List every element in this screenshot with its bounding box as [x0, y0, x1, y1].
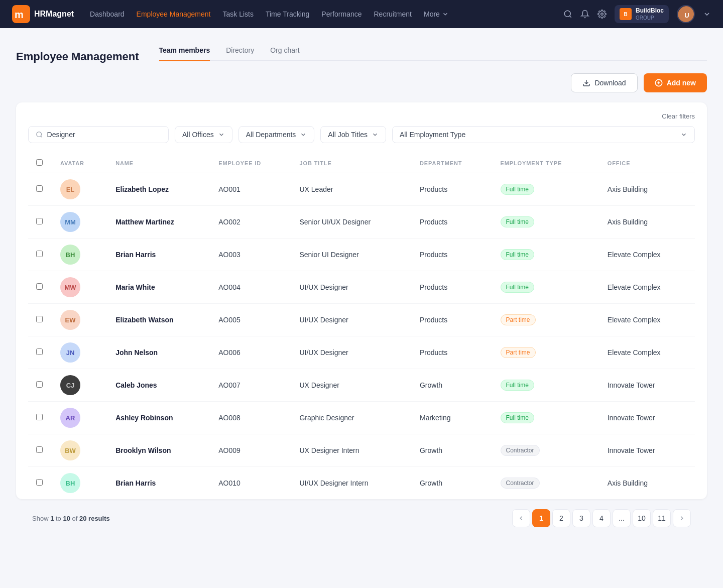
table-row: MM Matthew Martinez AO002 Senior UI/UX D…: [28, 206, 695, 239]
search-input-wrap[interactable]: [28, 126, 169, 143]
employee-name: Matthew Martinez: [107, 206, 210, 239]
row-checkbox-AO005[interactable]: [36, 316, 43, 322]
notifications-icon-btn[interactable]: [580, 10, 589, 19]
nav-performance[interactable]: Performance: [321, 8, 362, 20]
pagination-from: 1: [50, 515, 54, 522]
employment-badge: Full time: [501, 184, 534, 195]
row-checkbox-AO009[interactable]: [36, 446, 43, 453]
office: Innovate Tower: [599, 402, 695, 434]
user-dropdown-icon[interactable]: [703, 10, 711, 18]
table-row: JN John Nelson AO006 UI/UX Designer Prod…: [28, 336, 695, 369]
nav-more[interactable]: More: [424, 8, 449, 20]
nav-task-lists[interactable]: Task Lists: [222, 8, 253, 20]
employee-name: Ashley Robinson: [107, 402, 210, 434]
tab-team-members[interactable]: Team members: [159, 40, 210, 61]
page-ellipsis[interactable]: ...: [613, 509, 631, 527]
pagination-controls: 1 2 3 4 ... 10 11: [512, 509, 691, 527]
chevron-down-icon: [680, 131, 687, 138]
page-1-button[interactable]: 1: [532, 509, 550, 527]
row-checkbox-AO007[interactable]: [36, 381, 43, 388]
job-title: UI/UX Designer: [291, 336, 412, 369]
col-employment-type: EMPLOYMENT TYPE: [493, 153, 599, 173]
select-all-checkbox[interactable]: [36, 159, 43, 166]
pagination-next[interactable]: [673, 509, 691, 527]
employment-type-dropdown[interactable]: All Employment Type: [392, 126, 695, 143]
filter-section: Clear filters All Offices All Department…: [16, 102, 707, 499]
brand-badge: B BuildBlocGROUP: [615, 5, 669, 23]
row-checkbox-AO003[interactable]: [36, 251, 43, 257]
search-icon-btn[interactable]: [563, 10, 572, 19]
filter-top: Clear filters: [28, 112, 695, 120]
avatar: AR: [60, 408, 80, 428]
page-4-button[interactable]: 4: [592, 509, 611, 527]
job-titles-dropdown[interactable]: All Job Titles: [320, 126, 386, 143]
nav-time-tracking[interactable]: Time Tracking: [266, 8, 309, 20]
table-row: BW Brooklyn Wilson AO009 UX Designer Int…: [28, 434, 695, 467]
nav-dashboard[interactable]: Dashboard: [90, 8, 125, 20]
employment-badge: Full time: [501, 412, 534, 423]
tab-directory[interactable]: Directory: [226, 40, 254, 61]
row-checkbox-AO010[interactable]: [36, 479, 43, 486]
search-icon: [36, 131, 43, 139]
avatar: MM: [60, 212, 80, 232]
page-2-button[interactable]: 2: [552, 509, 570, 527]
chevron-down-icon: [218, 131, 225, 138]
table-row: EW Elizabeth Watson AO005 UI/UX Designer…: [28, 304, 695, 336]
svg-point-3: [601, 13, 604, 16]
download-icon: [582, 79, 590, 87]
departments-dropdown[interactable]: All Departments: [238, 126, 315, 143]
employment-badge: Contractor: [501, 445, 540, 456]
employee-id: AO009: [210, 434, 291, 467]
page-3-button[interactable]: 3: [572, 509, 590, 527]
department: Products: [412, 173, 493, 206]
avatar: MW: [60, 277, 80, 297]
pagination-to: 10: [63, 515, 70, 522]
row-checkbox-AO002[interactable]: [36, 218, 43, 224]
col-office: OFFICE: [599, 153, 695, 173]
nav-employee-management[interactable]: Employee Management: [137, 8, 211, 20]
employee-id: AO003: [210, 239, 291, 271]
department: Products: [412, 271, 493, 304]
page-11-button[interactable]: 11: [653, 509, 671, 527]
offices-dropdown[interactable]: All Offices: [175, 126, 232, 143]
add-new-button[interactable]: Add new: [644, 73, 707, 92]
download-button[interactable]: Download: [571, 73, 637, 92]
employee-name: Brian Harris: [107, 467, 210, 500]
app-logo[interactable]: m HRMagnet: [12, 5, 74, 23]
employee-name: Elizabeth Lopez: [107, 173, 210, 206]
employee-id: AO006: [210, 336, 291, 369]
row-checkbox-AO008[interactable]: [36, 414, 43, 420]
job-title: UX Designer: [291, 369, 412, 402]
avatar: EL: [60, 179, 80, 199]
search-input[interactable]: [47, 131, 161, 139]
employee-id: AO001: [210, 173, 291, 206]
pagination-prev[interactable]: [512, 509, 530, 527]
row-checkbox-AO001[interactable]: [36, 185, 43, 192]
job-title: Graphic Designer: [291, 402, 412, 434]
tab-org-chart[interactable]: Org chart: [270, 40, 299, 61]
row-checkbox-AO006[interactable]: [36, 348, 43, 355]
row-checkbox-AO004[interactable]: [36, 283, 43, 290]
employment-type: Part time: [493, 336, 599, 369]
clear-filters-button[interactable]: Clear filters: [662, 112, 695, 120]
employee-name: Brooklyn Wilson: [107, 434, 210, 467]
office: Axis Building: [599, 467, 695, 500]
employment-type: Contractor: [493, 434, 599, 467]
table-row: AR Ashley Robinson AO008 Graphic Designe…: [28, 402, 695, 434]
department: Products: [412, 304, 493, 336]
settings-icon-btn[interactable]: [597, 10, 607, 19]
page-10-button[interactable]: 10: [633, 509, 651, 527]
employment-badge: Part time: [501, 314, 536, 325]
employment-type: Full time: [493, 173, 599, 206]
avatar: BH: [60, 473, 80, 493]
brand-name: BuildBlocGROUP: [636, 7, 664, 21]
user-avatar-btn[interactable]: U: [677, 5, 695, 23]
employee-id: AO008: [210, 402, 291, 434]
office: Elevate Complex: [599, 271, 695, 304]
navbar: m HRMagnet Dashboard Employee Management…: [0, 0, 723, 28]
nav-recruitment[interactable]: Recruitment: [374, 8, 412, 20]
table-container: AVATAR NAME EMPLOYEE ID JOB TITLE DEPART…: [28, 153, 695, 499]
avatar: CJ: [60, 375, 80, 395]
employment-badge: Full time: [501, 216, 534, 227]
table-row: CJ Caleb Jones AO007 UX Designer Growth …: [28, 369, 695, 402]
